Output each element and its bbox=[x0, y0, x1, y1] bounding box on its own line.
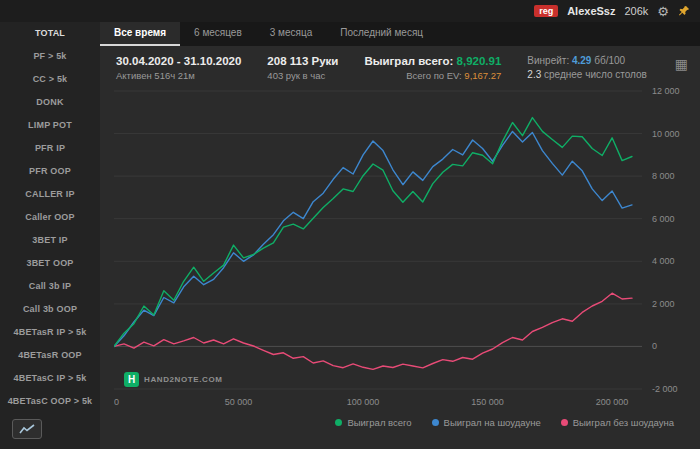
sidebar-item-total[interactable]: TOTAL bbox=[0, 22, 100, 45]
sidebar-item-3bet-ip[interactable]: 3BET IP bbox=[0, 229, 100, 252]
y-axis-tick-label: 4 000 bbox=[652, 256, 675, 266]
hands-per-hour: 403 рук в час bbox=[267, 70, 338, 81]
player-type-badge: reg bbox=[534, 5, 558, 17]
legend-won-showdown[interactable]: Выиграл на шоудауне bbox=[432, 417, 541, 428]
sidebar-item-3bet-oop[interactable]: 3BET OOP bbox=[0, 252, 100, 275]
winrate-label: Винрейт: bbox=[527, 55, 569, 66]
date-block: 30.04.2020 - 31.10.2020 Активен 516ч 21м bbox=[116, 55, 241, 81]
won-total-label: Выиграл всего: bbox=[364, 55, 453, 67]
stats-row: 30.04.2020 - 31.10.2020 Активен 516ч 21м… bbox=[100, 46, 700, 83]
legend-label: Выиграл без шоудауна bbox=[573, 417, 674, 428]
tab-3-months[interactable]: 3 месяца bbox=[256, 22, 326, 46]
legend-label: Выиграл всего bbox=[347, 417, 411, 428]
ev-label: Всего по EV: bbox=[406, 70, 462, 81]
series-line-item bbox=[114, 118, 632, 347]
sidebar-item-caller-oop[interactable]: Caller OOP bbox=[0, 206, 100, 229]
sidebar-item-donk[interactable]: DONK bbox=[0, 91, 100, 114]
x-axis-tick-label: 150 000 bbox=[471, 397, 504, 407]
x-axis-tick-label: 100 000 bbox=[347, 397, 380, 407]
y-axis-tick-label: 6 000 bbox=[652, 214, 675, 224]
settings-gear-icon[interactable]: ⚙ bbox=[657, 5, 669, 18]
chart-legend: Выиграл всегоВыиграл на шоудаунеВыиграл … bbox=[100, 417, 700, 428]
series-line-item bbox=[114, 293, 632, 369]
hand2note-logo-icon: H bbox=[124, 372, 139, 387]
y-axis-tick-label: 2 000 bbox=[652, 299, 675, 309]
sidebar-item-call-3b-oop[interactable]: Call 3b OOP bbox=[0, 298, 100, 321]
y-axis-tick-label: 12 000 bbox=[652, 86, 680, 96]
hands-total: 208 113 Руки bbox=[267, 55, 338, 67]
sidebar-item-pfr-ip[interactable]: PFR IP bbox=[0, 137, 100, 160]
winnings-chart[interactable]: 12 00010 0008 0006 0004 0002 0000-2 0000… bbox=[114, 83, 700, 415]
hands-block: 208 113 Руки 403 рук в час bbox=[267, 55, 338, 81]
x-axis-tick-label: 200 000 bbox=[596, 397, 629, 407]
won-total-value: 8,920.91 bbox=[457, 55, 502, 67]
tab-6-months[interactable]: 6 месяцев bbox=[180, 22, 256, 46]
chart-view-button[interactable] bbox=[12, 419, 42, 439]
sidebar-item-4betasc-oop-5k[interactable]: 4BETasC OOP > 5k bbox=[0, 390, 100, 413]
ev-value: 9,167.27 bbox=[464, 70, 501, 81]
hand2note-app: reg AlexeSsz 206k ⚙ TOTALPF > 5kCC > 5kD… bbox=[0, 0, 700, 449]
x-axis-tick-label: 50 000 bbox=[225, 397, 253, 407]
y-axis-tick-label: 10 000 bbox=[652, 129, 680, 139]
sidebar-item-pf-5k[interactable]: PF > 5k bbox=[0, 45, 100, 68]
tab-last-month[interactable]: Последний месяц bbox=[326, 22, 437, 46]
sidebar-item-call-3b-ip[interactable]: Call 3b IP bbox=[0, 275, 100, 298]
y-axis-tick-label: 0 bbox=[652, 341, 657, 351]
sidebar-item-cc-5k[interactable]: CC > 5k bbox=[0, 68, 100, 91]
x-axis-tick-label: 0 bbox=[114, 397, 119, 407]
active-time: Активен 516ч 21м bbox=[116, 70, 241, 81]
winrate-block: Винрейт: 4.29 бб/100 2.3 среднее число с… bbox=[527, 55, 647, 80]
hand2note-logo: H HAND2NOTE.COM bbox=[124, 372, 222, 387]
winnings-block: Выиграл всего: 8,920.91 Всего по EV: 9,1… bbox=[364, 55, 501, 81]
avg-tables-value: 2.3 bbox=[527, 69, 541, 80]
winrate-value: 4.29 bbox=[572, 55, 591, 66]
line-chart-icon bbox=[19, 424, 35, 435]
legend-won-non-showdown[interactable]: Выиграл без шоудауна bbox=[561, 417, 674, 428]
sidebar-item-caller-ip[interactable]: CALLER IP bbox=[0, 183, 100, 206]
legend-dot-icon bbox=[432, 419, 439, 426]
sidebar-item-limp-pot[interactable]: LIMP POT bbox=[0, 114, 100, 137]
pin-icon[interactable] bbox=[678, 5, 690, 17]
grid-view-icon[interactable]: ▦ bbox=[675, 55, 688, 71]
y-axis-tick-label: 8 000 bbox=[652, 171, 675, 181]
username[interactable]: AlexeSsz bbox=[567, 5, 615, 17]
sidebar-item-4betasc-ip-5k[interactable]: 4BETasC IP > 5k bbox=[0, 367, 100, 390]
legend-dot-icon bbox=[561, 419, 568, 426]
legend-label: Выиграл на шоудауне bbox=[444, 417, 541, 428]
tabs-bar: Все время6 месяцев3 месяцаПоследний меся… bbox=[100, 22, 700, 46]
y-axis-tick-label: -2 000 bbox=[652, 384, 678, 394]
avg-tables-label: среднее число столов bbox=[544, 69, 647, 80]
hands-count-selector[interactable]: 206k bbox=[624, 5, 648, 17]
main-content: 30.04.2020 - 31.10.2020 Активен 516ч 21м… bbox=[100, 46, 700, 449]
date-range: 30.04.2020 - 31.10.2020 bbox=[116, 55, 241, 67]
legend-won-total[interactable]: Выиграл всего bbox=[335, 417, 411, 428]
sidebar-item-pfr-oop[interactable]: PFR OOP bbox=[0, 160, 100, 183]
topbar: reg AlexeSsz 206k ⚙ bbox=[0, 0, 700, 22]
sidebar: TOTALPF > 5kCC > 5kDONKLIMP POTPFR IPPFR… bbox=[0, 22, 100, 449]
sidebar-item-4betasr-ip-5k[interactable]: 4BETasR IP > 5k bbox=[0, 321, 100, 344]
tab-all-time[interactable]: Все время bbox=[100, 22, 180, 46]
winnings-chart-svg: 12 00010 0008 0006 0004 0002 0000-2 0000… bbox=[114, 83, 700, 415]
legend-dot-icon bbox=[335, 419, 342, 426]
sidebar-item-4betasr-oop[interactable]: 4BETasR OOP bbox=[0, 344, 100, 367]
winrate-unit: бб/100 bbox=[594, 55, 625, 66]
hand2note-logo-text: HAND2NOTE.COM bbox=[144, 375, 222, 384]
